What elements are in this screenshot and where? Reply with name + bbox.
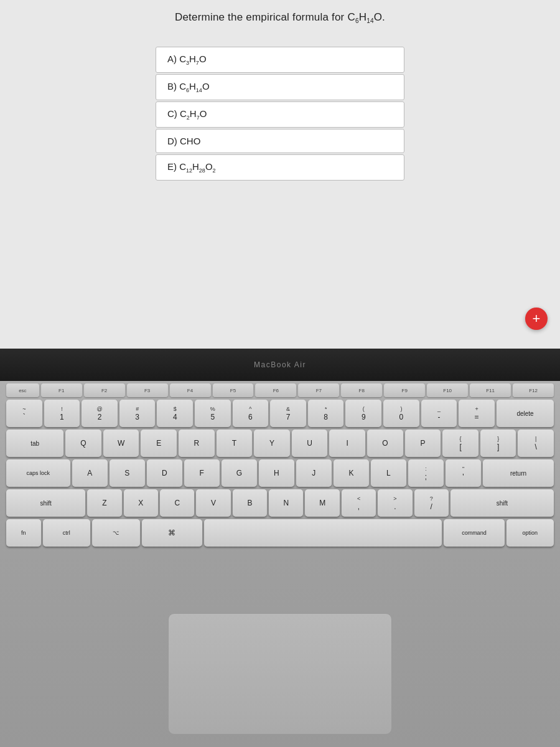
answer-choice-e[interactable]: E) C12H28O2: [156, 154, 404, 181]
key-f[interactable]: F: [184, 459, 220, 487]
key-bracket-open[interactable]: {[: [442, 430, 478, 457]
qwerty-row: tab Q W E R T Y U I O P {[ }] |\: [6, 430, 554, 457]
key-i[interactable]: I: [329, 430, 365, 457]
key-comma[interactable]: <,: [342, 489, 376, 517]
key-f4[interactable]: F4: [170, 383, 211, 397]
key-f11[interactable]: F11: [470, 383, 511, 397]
key-space[interactable]: [204, 519, 442, 547]
key-minus[interactable]: _-: [421, 400, 457, 427]
key-f1[interactable]: F1: [41, 383, 82, 397]
key-period[interactable]: >.: [378, 489, 412, 517]
key-t[interactable]: T: [217, 430, 253, 457]
keyboard-area: esc F1 F2 F3 F4 F5 F6 F7 F8 F9 F10 F11 F…: [0, 381, 560, 747]
key-command-left[interactable]: ⌘: [142, 519, 202, 547]
key-q[interactable]: Q: [65, 430, 101, 457]
key-b[interactable]: B: [233, 489, 267, 517]
key-2[interactable]: @2: [82, 400, 118, 427]
key-n[interactable]: N: [269, 489, 303, 517]
key-x[interactable]: X: [124, 489, 158, 517]
key-f8[interactable]: F8: [341, 383, 382, 397]
key-f3[interactable]: F3: [127, 383, 168, 397]
screen-area: Determine the empirical formula for C6H1…: [0, 0, 560, 349]
macbook-label: MacBook Air: [254, 360, 306, 369]
key-0[interactable]: )0: [383, 400, 419, 427]
key-f6[interactable]: F6: [255, 383, 296, 397]
key-delete[interactable]: delete: [497, 400, 554, 427]
key-bracket-close[interactable]: }]: [480, 430, 516, 457]
key-fn[interactable]: fn: [6, 519, 41, 547]
key-s[interactable]: S: [110, 459, 145, 487]
key-f5[interactable]: F5: [213, 383, 254, 397]
key-4[interactable]: $4: [157, 400, 193, 427]
key-f9[interactable]: F9: [384, 383, 425, 397]
answer-choices: A) C3H7O B) C6H14O C) C2H7O D) CHO E) C1…: [156, 47, 404, 181]
key-v[interactable]: V: [196, 489, 230, 517]
key-m[interactable]: M: [305, 489, 339, 517]
key-8[interactable]: *8: [308, 400, 344, 427]
question-text: Determine the empirical formula for C6H1…: [175, 11, 385, 24]
key-return[interactable]: return: [483, 459, 554, 487]
key-z[interactable]: Z: [87, 489, 121, 517]
key-equals[interactable]: +=: [459, 400, 495, 427]
key-shift-left[interactable]: shift: [6, 489, 85, 517]
key-k[interactable]: K: [334, 459, 369, 487]
answer-choice-d[interactable]: D) CHO: [156, 129, 404, 153]
key-6[interactable]: ^6: [233, 400, 269, 427]
key-h[interactable]: H: [259, 459, 294, 487]
key-ctrl-left[interactable]: ctrl: [43, 519, 90, 547]
key-l[interactable]: L: [371, 459, 406, 487]
key-e[interactable]: E: [141, 430, 177, 457]
key-backslash[interactable]: |\: [518, 430, 554, 457]
bottom-row: fn ctrl ⌥ ⌘ command option: [6, 519, 554, 547]
key-9[interactable]: (9: [345, 400, 381, 427]
key-3[interactable]: #3: [119, 400, 156, 427]
key-w[interactable]: W: [103, 430, 139, 457]
key-u[interactable]: U: [292, 430, 328, 457]
key-quote[interactable]: "': [446, 459, 481, 487]
key-g[interactable]: G: [222, 459, 257, 487]
key-f7[interactable]: F7: [298, 383, 339, 397]
key-f10[interactable]: F10: [427, 383, 468, 397]
key-f2[interactable]: F2: [84, 383, 125, 397]
key-c[interactable]: C: [160, 489, 194, 517]
key-f12[interactable]: F12: [513, 383, 554, 397]
key-semicolon[interactable]: :;: [408, 459, 444, 487]
key-p[interactable]: P: [405, 430, 441, 457]
key-y[interactable]: Y: [254, 430, 290, 457]
key-command-right[interactable]: command: [444, 519, 504, 547]
key-o[interactable]: O: [367, 430, 403, 457]
answer-choice-c[interactable]: C) C2H7O: [156, 101, 404, 128]
key-slash[interactable]: ?/: [414, 489, 449, 517]
answer-choice-b[interactable]: B) C6H14O: [156, 74, 404, 100]
key-j[interactable]: J: [296, 459, 332, 487]
key-tab[interactable]: tab: [6, 430, 63, 457]
asdf-row: caps lock A S D F G H J K L :; "' return: [6, 459, 554, 487]
fn-row: esc F1 F2 F3 F4 F5 F6 F7 F8 F9 F10 F11 F…: [6, 383, 554, 397]
key-d[interactable]: D: [147, 459, 182, 487]
key-1[interactable]: !1: [44, 400, 80, 427]
key-esc[interactable]: esc: [6, 383, 39, 397]
number-row: ~` !1 @2 #3 $4 %5 ^6 &7 *8 (9 )0 _- += d…: [6, 400, 554, 427]
key-7[interactable]: &7: [270, 400, 306, 427]
key-capslock[interactable]: caps lock: [6, 459, 70, 487]
key-shift-right[interactable]: shift: [450, 489, 554, 517]
key-backtick[interactable]: ~`: [6, 400, 42, 427]
key-a[interactable]: A: [72, 459, 108, 487]
zxcv-row: shift Z X C V B N M <, >. ?/ shift: [6, 489, 554, 517]
key-5[interactable]: %5: [195, 400, 231, 427]
trackpad[interactable]: [168, 613, 392, 735]
key-option-left[interactable]: ⌥: [92, 519, 139, 547]
key-option-right[interactable]: option: [506, 519, 554, 547]
key-r[interactable]: R: [179, 430, 215, 457]
bezel-bar: MacBook Air: [0, 349, 560, 381]
answer-choice-a[interactable]: A) C3H7O: [156, 47, 404, 73]
plus-button[interactable]: +: [525, 308, 548, 330]
